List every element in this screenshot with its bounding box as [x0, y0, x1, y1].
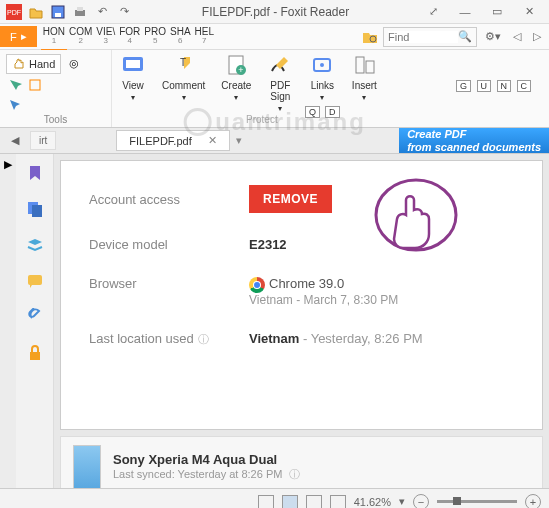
pdf-app-icon: PDF — [4, 2, 24, 22]
last-location-value: Vietnam — [249, 331, 299, 346]
snapshot-icon[interactable]: ◎ — [65, 54, 83, 72]
browser-sub: Vietnam - March 7, 8:30 PM — [249, 293, 398, 307]
comment-button[interactable]: T Comment▾ — [154, 50, 213, 127]
browser-value-block: Chrome 39.0 Vietnam - March 7, 8:30 PM — [249, 276, 398, 307]
svg-point-15 — [320, 63, 324, 67]
select-text-icon[interactable] — [6, 76, 24, 94]
pages-panel-icon[interactable] — [24, 198, 46, 220]
tab-help[interactable]: HEL7 — [193, 23, 216, 51]
close-button[interactable]: ✕ — [517, 2, 541, 22]
promo-line2: from scanned documents — [407, 141, 541, 153]
keytip-c: C — [517, 80, 532, 92]
close-tab-icon[interactable]: ✕ — [208, 134, 217, 147]
hand-tool-button[interactable]: Hand — [6, 54, 61, 74]
comments-panel-icon[interactable] — [24, 270, 46, 292]
svg-text:PDF: PDF — [7, 9, 21, 16]
device-card[interactable]: Sony Xperia M4 Aqua Dual Last synced: Ye… — [60, 436, 543, 488]
keytip-d: D — [325, 106, 340, 118]
svg-rect-17 — [366, 61, 374, 73]
tab-home[interactable]: HON1 — [41, 23, 67, 51]
view-facing-icon[interactable] — [306, 495, 322, 509]
tab-share[interactable]: SHA6 — [168, 23, 193, 51]
svg-rect-7 — [30, 80, 40, 90]
zoom-slider[interactable] — [437, 500, 517, 503]
redo-icon[interactable]: ↷ — [114, 2, 134, 22]
insert-icon — [351, 52, 377, 78]
view-icon — [120, 52, 146, 78]
promo-line1: Create PDF — [407, 128, 541, 140]
document-tab[interactable]: FILEPDF.pdf ✕ — [116, 130, 229, 151]
tab-protect[interactable]: PRO5 — [142, 23, 168, 51]
ribbon-right-controls: 🔍 ⚙▾ ◁ ▷ — [361, 27, 549, 47]
account-access-label: Account access — [89, 192, 249, 207]
links-icon — [309, 52, 335, 78]
svg-rect-19 — [32, 205, 42, 217]
insert-button[interactable]: Insert▾ — [343, 50, 385, 127]
tabstrip-dropdown-icon[interactable]: ▾ — [236, 134, 242, 147]
window-title: FILEPDF.pdf - Foxit Reader — [138, 5, 413, 19]
tab-form[interactable]: FOR4 — [117, 23, 142, 51]
zoom-out-button[interactable]: − — [413, 494, 429, 509]
protect-group-label: Protect — [246, 114, 278, 125]
document-page: Account access REMOVE Device model E2312… — [60, 160, 543, 430]
document-tab-label: FILEPDF.pdf — [129, 135, 191, 147]
svg-rect-20 — [28, 275, 42, 285]
help-icon[interactable]: ⓘ — [198, 333, 209, 345]
file-tab[interactable]: F▸ — [0, 26, 37, 47]
view-continuous-icon[interactable] — [282, 495, 298, 509]
help-icon[interactable]: ⓘ — [289, 468, 300, 480]
document-tabstrip: ◀ irt FILEPDF.pdf ✕ ▾ Create PDF from sc… — [0, 128, 549, 154]
row-last-location: Last location usedⓘ Vietnam - Yesterday,… — [89, 331, 514, 347]
security-panel-icon[interactable] — [24, 342, 46, 364]
open-icon[interactable] — [26, 2, 46, 22]
keytip-u: U — [477, 80, 492, 92]
last-location-value-block: Vietnam - Yesterday, 8:26 PM — [249, 331, 423, 346]
quick-access-toolbar: PDF ↶ ↷ — [0, 2, 138, 22]
zoom-in-button[interactable]: + — [525, 494, 541, 509]
titlebar: PDF ↶ ↷ FILEPDF.pdf - Foxit Reader ⤢ — ▭… — [0, 0, 549, 24]
ribbon-content: Hand ◎ Tools View▾ T Comment▾ + Create▾ … — [0, 50, 549, 128]
device-model-value: E2312 — [249, 237, 287, 252]
select-tool-icon[interactable] — [6, 96, 24, 114]
file-tab-label: F — [10, 31, 17, 43]
tab-view[interactable]: VIE\3 — [94, 23, 117, 51]
promo-banner[interactable]: Create PDF from scanned documents — [399, 128, 549, 153]
nav-next-icon[interactable]: ▷ — [529, 30, 545, 43]
maximize-button[interactable]: ▭ — [485, 2, 509, 22]
tab-comment[interactable]: COM2 — [67, 23, 94, 51]
layers-panel-icon[interactable] — [24, 234, 46, 256]
find-box[interactable]: 🔍 — [383, 27, 477, 47]
svg-rect-9 — [126, 60, 140, 68]
hand-icon — [12, 57, 26, 71]
panel-collapse[interactable]: ▶ — [0, 154, 16, 488]
tabstrip-nav-left[interactable]: ◀ — [0, 134, 30, 147]
zoom-dropdown-icon[interactable]: ▾ — [399, 495, 405, 508]
nav-prev-icon[interactable]: ◁ — [509, 30, 525, 43]
find-input[interactable] — [388, 31, 458, 43]
search-folder-icon[interactable] — [361, 28, 379, 46]
select-annotation-icon[interactable] — [26, 76, 44, 94]
undo-icon[interactable]: ↶ — [92, 2, 112, 22]
row-browser: Browser Chrome 39.0 Vietnam - March 7, 8… — [89, 276, 514, 307]
ribbon-collapse-icon[interactable]: ⤢ — [421, 2, 445, 22]
keytip-g: G — [456, 80, 471, 92]
print-icon[interactable] — [70, 2, 90, 22]
device-info: Sony Xperia M4 Aqua Dual Last synced: Ye… — [113, 452, 300, 482]
search-icon[interactable]: 🔍 — [458, 30, 472, 43]
statusbar: 41.62% ▾ − + — [0, 488, 549, 508]
save-icon[interactable] — [48, 2, 68, 22]
settings-gear-icon[interactable]: ⚙▾ — [481, 30, 505, 43]
view-single-icon[interactable] — [258, 495, 274, 509]
attachments-panel-icon[interactable] — [24, 306, 46, 328]
start-tab[interactable]: irt — [30, 131, 56, 150]
view-button[interactable]: View▾ — [112, 50, 154, 127]
bookmark-panel-icon[interactable] — [24, 162, 46, 184]
minimize-button[interactable]: — — [453, 2, 477, 22]
create-icon: + — [223, 52, 249, 78]
document-viewport[interactable]: Account access REMOVE Device model E2312… — [54, 154, 549, 488]
device-name: Sony Xperia M4 Aqua Dual — [113, 452, 300, 467]
ribbon-tabs-list: HON1 COM2 VIE\3 FOR4 PRO5 SHA6 HEL7 — [41, 23, 216, 51]
remove-button[interactable]: REMOVE — [249, 185, 332, 213]
view-continuous-facing-icon[interactable] — [330, 495, 346, 509]
last-location-sub: - Yesterday, 8:26 PM — [299, 331, 422, 346]
